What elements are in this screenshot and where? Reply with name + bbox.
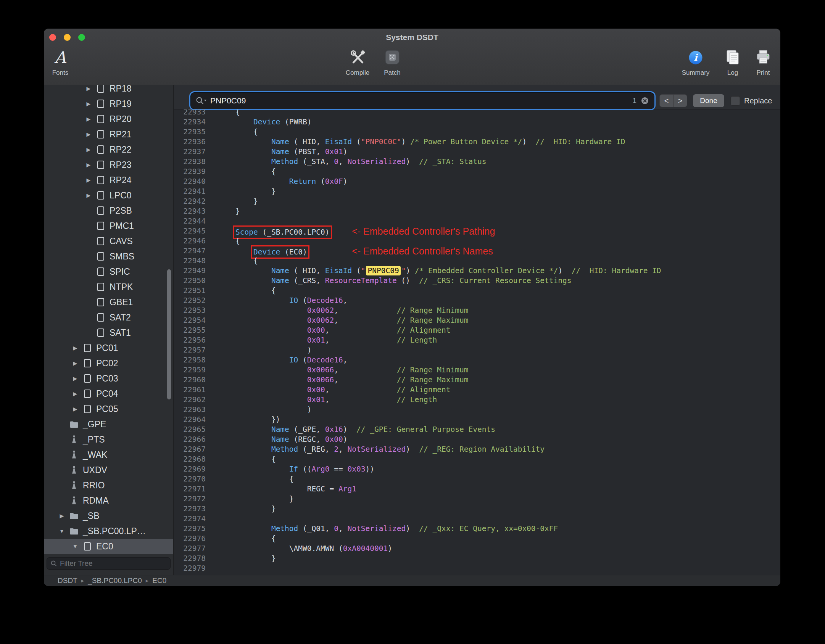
sidebar-item-pts[interactable]: _PTS <box>44 432 173 447</box>
doc-icon <box>96 221 106 231</box>
sidebar-item-rp18[interactable]: ▶RP18 <box>44 85 173 96</box>
disclosure-right-icon[interactable]: ▶ <box>69 406 81 412</box>
toolbar-item-fonts[interactable]: AFonts <box>44 47 83 77</box>
doc-icon <box>82 389 92 399</box>
sidebar-item-pc04[interactable]: ▶PC04 <box>44 386 173 401</box>
sidebar-item-smbs[interactable]: SMBS <box>44 249 173 264</box>
search-menu-icon[interactable] <box>195 96 208 105</box>
line-number: 22934 <box>174 117 212 127</box>
sidebar-item-lpc0[interactable]: ▶LPC0 <box>44 188 173 203</box>
line-number: 22950 <box>174 276 212 286</box>
sidebar-item-spic[interactable]: SPIC <box>44 264 173 279</box>
line-content: { <box>212 127 258 137</box>
line-number: 22955 <box>174 325 212 335</box>
sidebar-item-rrio[interactable]: RRIO <box>44 478 173 493</box>
sidebar-item-rp22[interactable]: ▶RP22 <box>44 142 173 157</box>
sidebar-item-pc01[interactable]: ▶PC01 <box>44 340 173 356</box>
toolbar-item-patch[interactable]: Patch <box>369 47 415 77</box>
line-content: Name (REGC, 0x00) <box>212 435 348 444</box>
disclosure-right-icon[interactable]: ▶ <box>83 116 94 122</box>
sidebar-item-rdma[interactable]: RDMA <box>44 493 173 508</box>
code-line-22971: 22971 REGC = Arg1 <box>174 484 780 494</box>
sidebar-item-pmc1[interactable]: PMC1 <box>44 218 173 233</box>
sidebar-item-label: CAVS <box>110 236 133 246</box>
sidebar-scrollbar[interactable] <box>167 269 171 399</box>
doc-icon <box>96 251 106 261</box>
done-button[interactable]: Done <box>693 94 724 107</box>
editor-pane: 1 < > Done Replace 22933 {22934 Device (… <box>174 85 780 575</box>
search-field[interactable]: 1 <box>191 93 654 109</box>
sidebar-item-pc02[interactable]: ▶PC02 <box>44 356 173 371</box>
find-next-button[interactable]: > <box>673 94 687 107</box>
sidebar-item-pc05[interactable]: ▶PC05 <box>44 401 173 417</box>
disclosure-right-icon[interactable]: ▶ <box>69 345 81 351</box>
sidebar-item-gbe1[interactable]: GBE1 <box>44 295 173 310</box>
sidebar-item-wak[interactable]: _WAK <box>44 447 173 462</box>
breadcrumb-item[interactable]: DSDT <box>58 576 77 585</box>
toolbar-item-label: Fonts <box>52 69 69 77</box>
sidebar-item-rp20[interactable]: ▶RP20 <box>44 111 173 127</box>
disclosure-right-icon[interactable]: ▶ <box>83 177 94 183</box>
disclosure-right-icon[interactable]: ▶ <box>83 101 94 107</box>
sidebar-item-sat1[interactable]: SAT1 <box>44 325 173 340</box>
code-line-22966: 22966 Name (REGC, 0x00) <box>174 435 780 444</box>
sidebar-item-pc03[interactable]: ▶PC03 <box>44 371 173 386</box>
sidebar-item-p2sb[interactable]: P2SB <box>44 203 173 218</box>
code-line-22957: 22957 ) <box>174 345 780 355</box>
code-editor[interactable]: 22933 {22934 Device (PWRB)22935 {22936 N… <box>174 109 780 575</box>
sidebar-item-label: P2SB <box>110 206 132 216</box>
disclosure-down-icon[interactable]: ▼ <box>69 543 81 549</box>
disclosure-right-icon[interactable]: ▶ <box>69 360 81 366</box>
breadcrumb-item[interactable]: EC0 <box>152 576 166 585</box>
sidebar-item-cavs[interactable]: CAVS <box>44 233 173 249</box>
sidebar-item-label: SAT2 <box>110 312 131 323</box>
disclosure-right-icon[interactable]: ▶ <box>69 375 81 382</box>
disclosure-right-icon[interactable]: ▶ <box>56 513 68 519</box>
sidebar-item-label: RRIO <box>83 480 105 491</box>
sidebar-item-rp24[interactable]: ▶RP24 <box>44 172 173 188</box>
line-content: } <box>212 196 258 206</box>
sidebar-item-rp21[interactable]: ▶RP21 <box>44 127 173 142</box>
toolbar-item-print[interactable]: Print <box>740 47 780 77</box>
code-line-22935: 22935 { <box>174 127 780 137</box>
disclosure-right-icon[interactable]: ▶ <box>83 131 94 137</box>
breadcrumb-item[interactable]: _SB.PC00.LPC0 <box>88 576 142 585</box>
code-lines: 22933 {22934 Device (PWRB)22935 {22936 N… <box>174 109 780 573</box>
code-line-22946: 22946 { <box>174 236 780 246</box>
replace-checkbox[interactable] <box>730 96 740 106</box>
disclosure-right-icon[interactable]: ▶ <box>69 391 81 397</box>
sidebar-item-rp23[interactable]: ▶RP23 <box>44 157 173 172</box>
code-line-22947: 22947 Device (EC0) <- Embedded Controlle… <box>174 246 780 256</box>
clear-search-icon[interactable] <box>640 96 649 105</box>
disclosure-right-icon[interactable]: ▶ <box>83 192 94 198</box>
sidebar-item-sbpc00lp[interactable]: ▼_SB.PC00.LP… <box>44 523 173 539</box>
filter-tree-field[interactable] <box>47 557 171 570</box>
code-line-22973: 22973 } <box>174 504 780 514</box>
line-content: \AMW0.AMWN (0xA0040001) <box>212 544 392 554</box>
search-input[interactable] <box>208 96 632 105</box>
disclosure-right-icon[interactable]: ▶ <box>83 162 94 168</box>
sidebar-item-ntpk[interactable]: NTPK <box>44 279 173 295</box>
sidebar-item-sb[interactable]: ▶_SB <box>44 508 173 523</box>
code-line-22933: 22933 { <box>174 109 780 117</box>
line-content: { <box>212 454 276 464</box>
filter-tree-input[interactable] <box>60 559 167 568</box>
sidebar-item-sat2[interactable]: SAT2 <box>44 310 173 325</box>
summary-icon: i <box>687 47 704 68</box>
find-previous-button[interactable]: < <box>659 94 674 107</box>
disclosure-right-icon[interactable]: ▶ <box>83 147 94 153</box>
window-chrome: System DSDT AFontsCompilePatchiSummaryLo… <box>44 29 780 85</box>
line-content: Method (_STA, 0, NotSerialized) // _STA:… <box>212 157 486 167</box>
line-content: IO (Decode16, <box>212 355 347 365</box>
sidebar-item-uxdv[interactable]: UXDV <box>44 462 173 478</box>
line-content: 0x01, // Length <box>212 395 437 405</box>
sidebar-item-ec0[interactable]: ▼EC0 <box>44 539 173 554</box>
line-number: 22965 <box>174 425 212 435</box>
disclosure-down-icon[interactable]: ▼ <box>56 528 68 534</box>
disclosure-right-icon[interactable]: ▶ <box>83 85 94 92</box>
sidebar-item-gpe[interactable]: _GPE <box>44 417 173 432</box>
sidebar-item-rp19[interactable]: ▶RP19 <box>44 96 173 111</box>
doc-icon <box>96 282 106 292</box>
code-line-22959: 22959 0x0066, // Range Minimum <box>174 365 780 375</box>
sidebar-item-label: SMBS <box>110 251 134 262</box>
